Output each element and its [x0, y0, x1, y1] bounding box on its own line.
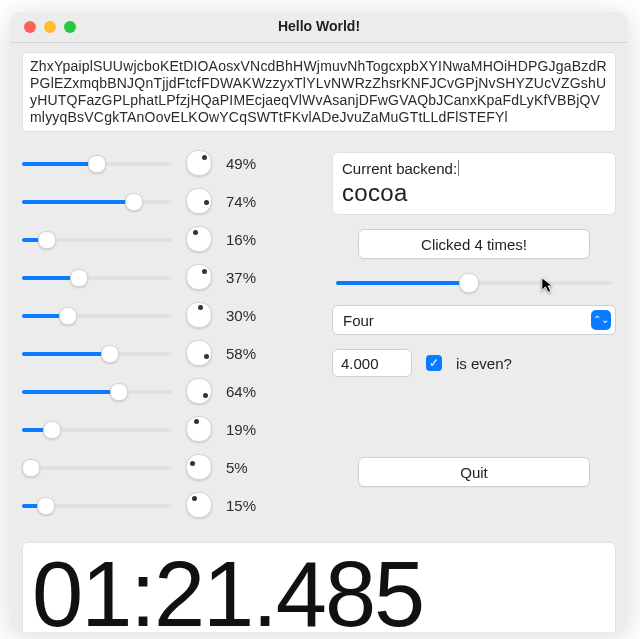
slider[interactable]	[22, 345, 172, 361]
slider-percent: 19%	[226, 421, 270, 438]
slider-percent: 49%	[226, 155, 270, 172]
slider-row: 19%	[22, 416, 306, 442]
backend-value: cocoa	[342, 179, 606, 207]
slider[interactable]	[22, 497, 172, 513]
slider-row: 16%	[22, 226, 306, 252]
slider-row: 15%	[22, 492, 306, 518]
quit-button-label: Quit	[460, 464, 488, 481]
slider-column: 49%74%16%37%30%58%64%19%5%15%	[22, 150, 306, 518]
number-field[interactable]: 4.000	[332, 349, 412, 377]
slider-percent: 30%	[226, 307, 270, 324]
slider-percent: 58%	[226, 345, 270, 362]
slider-percent: 15%	[226, 497, 270, 514]
slider-percent: 16%	[226, 231, 270, 248]
slider-row: 49%	[22, 150, 306, 176]
select-value: Four	[343, 312, 374, 329]
dial[interactable]	[186, 378, 212, 404]
select-dropdown[interactable]: Four ⌃⌄	[332, 305, 616, 335]
backend-panel: Current backend: cocoa	[332, 152, 616, 215]
slider-row: 74%	[22, 188, 306, 214]
text-block: ZhxYpaiplSUUwjcboKEtDIOAosxVNcdBhHWjmuvN…	[22, 52, 616, 132]
dial[interactable]	[186, 492, 212, 518]
dial[interactable]	[186, 454, 212, 480]
slider[interactable]	[22, 231, 172, 247]
window-title: Hello World!	[10, 18, 628, 34]
number-value: 4.000	[341, 355, 379, 372]
slider[interactable]	[22, 459, 172, 475]
dial[interactable]	[186, 150, 212, 176]
slider-percent: 64%	[226, 383, 270, 400]
dial[interactable]	[186, 226, 212, 252]
is-even-label: is even?	[456, 355, 512, 372]
clock-value: 01:21.485	[32, 548, 606, 632]
clicked-button-label: Clicked 4 times!	[421, 236, 527, 253]
backend-label: Current backend:	[342, 160, 457, 177]
slider-percent: 74%	[226, 193, 270, 210]
text-caret-icon	[458, 160, 459, 176]
slider-row: 37%	[22, 264, 306, 290]
dial[interactable]	[186, 416, 212, 442]
slider-row: 5%	[22, 454, 306, 480]
clicked-button[interactable]: Clicked 4 times!	[358, 229, 590, 259]
dial[interactable]	[186, 264, 212, 290]
titlebar: Hello World!	[10, 12, 628, 43]
slider[interactable]	[22, 421, 172, 437]
dial[interactable]	[186, 188, 212, 214]
dial[interactable]	[186, 340, 212, 366]
slider[interactable]	[22, 193, 172, 209]
main-slider[interactable]	[336, 273, 612, 291]
slider[interactable]	[22, 155, 172, 171]
slider[interactable]	[22, 383, 172, 399]
dial[interactable]	[186, 302, 212, 328]
chevron-up-down-icon: ⌃⌄	[591, 310, 611, 330]
clock-panel: 01:21.485	[22, 542, 616, 632]
slider-row: 30%	[22, 302, 306, 328]
is-even-checkbox[interactable]: ✓	[426, 355, 442, 371]
slider-percent: 37%	[226, 269, 270, 286]
slider-percent: 5%	[226, 459, 270, 476]
quit-button[interactable]: Quit	[358, 457, 590, 487]
slider-row: 58%	[22, 340, 306, 366]
slider[interactable]	[22, 269, 172, 285]
slider-row: 64%	[22, 378, 306, 404]
slider[interactable]	[22, 307, 172, 323]
